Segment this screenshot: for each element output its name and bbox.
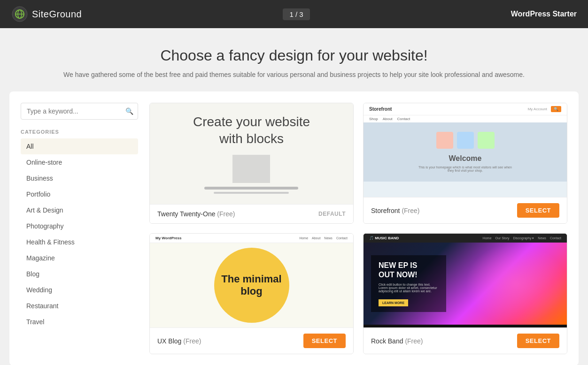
- sidebar-item-portfolio[interactable]: Portfolio: [21, 186, 138, 202]
- default-badge: DEFAULT: [318, 211, 346, 217]
- theme-name-storefront: Storefront (Free): [371, 207, 420, 214]
- logo-text: SiteGround: [32, 9, 82, 20]
- storefront-description: This is your homepage which is what most…: [418, 166, 512, 172]
- theme-footer-ux-blog: UX Blog (Free) SELECT: [150, 327, 353, 354]
- uxblog-nav-news: News: [324, 236, 333, 240]
- rockband-description: Click edit button to change this text. L…: [379, 283, 439, 293]
- product-img-1: [436, 132, 453, 149]
- theme-footer-rock-band: Rock Band (Free) SELECT: [364, 327, 567, 354]
- theme-card-twenty-twenty-one: Create your websitewith blocks Twenty Tw…: [149, 103, 354, 224]
- rockband-nav: 🎵 MUSIC BAND Home Our Story Discography …: [364, 234, 567, 243]
- product-img-3: [478, 132, 495, 149]
- uxblog-circle: The minimalblog: [214, 248, 289, 323]
- rockband-hero: NEW EP ISOUT NOW! Click edit button to c…: [364, 243, 567, 325]
- select-button-ux-blog[interactable]: SELECT: [303, 334, 346, 348]
- sidebar-item-online-store[interactable]: Online-store: [21, 154, 138, 170]
- storefront-welcome: Welcome: [369, 154, 561, 163]
- preview-title: Create your websitewith blocks: [193, 114, 310, 148]
- search-input[interactable]: [21, 103, 138, 120]
- logo: SiteGround: [11, 6, 82, 23]
- theme-preview-twenty-twenty-one: Create your websitewith blocks: [150, 103, 353, 204]
- uxblog-nav-contact: Contact: [336, 236, 348, 240]
- storefront-logo: Storefront: [369, 106, 392, 112]
- search-icon: 🔍: [125, 107, 133, 115]
- preview-content: Create your websitewith blocks: [193, 114, 310, 194]
- rockband-nav-news: News: [538, 236, 546, 240]
- theme-card-storefront: Storefront My Account 🔍 Shop About Conta…: [363, 103, 567, 224]
- select-button-storefront[interactable]: SELECT: [517, 203, 559, 218]
- sidebar-item-business[interactable]: Business: [21, 170, 138, 186]
- my-account-link: My Account: [528, 107, 547, 111]
- storefront-nav: Storefront My Account 🔍: [364, 103, 567, 115]
- search-link: 🔍: [551, 106, 561, 112]
- sidebar-item-travel[interactable]: Travel: [21, 314, 138, 330]
- nav-shop: Shop: [369, 117, 378, 121]
- sidebar-item-wedding[interactable]: Wedding: [21, 282, 138, 298]
- sidebar-item-magazine[interactable]: Magazine: [21, 250, 138, 266]
- siteground-logo-icon: [11, 6, 28, 23]
- theme-footer-storefront: Storefront (Free) SELECT: [364, 197, 567, 223]
- sidebar-item-health-fitness[interactable]: Health & Fitness: [21, 234, 138, 250]
- theme-selector-panel: 🔍 CATEGORIES All Online-store Business P…: [9, 91, 579, 365]
- preview-bar-1: [204, 187, 298, 190]
- page-title: Choose a fancy design for your website!: [9, 47, 579, 64]
- theme-preview-rock-band: 🎵 MUSIC BAND Home Our Story Discography …: [364, 234, 567, 327]
- uxblog-nav: My WordPress Home About News Contact: [150, 234, 353, 243]
- rockband-content: NEW EP ISOUT NOW! Click edit button to c…: [371, 255, 446, 312]
- uxblog-tagline: The minimalblog: [221, 273, 281, 298]
- categories-label: CATEGORIES: [21, 129, 138, 135]
- sidebar-item-all[interactable]: All: [21, 138, 138, 154]
- rockband-logo: 🎵 MUSIC BAND: [369, 236, 399, 240]
- rockband-nav-links: Home Our Story Discography ▾ News Contac…: [483, 236, 561, 240]
- page-subtitle: We have gathered some of the best free a…: [9, 71, 579, 78]
- rockband-nav-disco: Discography ▾: [513, 236, 534, 240]
- rockband-light-overlay: [465, 243, 567, 325]
- progress-indicator: 1 / 3: [283, 8, 309, 20]
- preview-bar-2: [214, 192, 289, 194]
- nav-about: About: [383, 117, 393, 121]
- theme-name-rock-band: Rock Band (Free): [371, 337, 423, 345]
- theme-card-ux-blog: My WordPress Home About News Contact The…: [149, 233, 354, 354]
- storefront-nav-right: My Account 🔍: [528, 106, 561, 112]
- sidebar-item-art-design[interactable]: Art & Design: [21, 202, 138, 218]
- rockband-nav-home: Home: [483, 236, 492, 240]
- uxblog-nav-home: Home: [299, 236, 308, 240]
- rockband-headline: NEW EP ISOUT NOW!: [379, 261, 439, 279]
- search-wrapper: 🔍: [21, 103, 138, 120]
- storefront-hero: Welcome This is your homepage which is w…: [364, 122, 567, 182]
- theme-preview-storefront: Storefront My Account 🔍 Shop About Conta…: [364, 103, 567, 197]
- uxblog-nav-about: About: [312, 236, 320, 240]
- theme-card-rock-band: 🎵 MUSIC BAND Home Our Story Discography …: [363, 233, 567, 354]
- sidebar-item-photography[interactable]: Photography: [21, 218, 138, 234]
- theme-name-ux-blog: UX Blog (Free): [157, 337, 201, 345]
- product-images: [369, 132, 561, 149]
- sidebar-item-restaurant[interactable]: Restaurant: [21, 298, 138, 314]
- rockband-nav-contact: Contact: [550, 236, 561, 240]
- nav-contact: Contact: [397, 117, 410, 121]
- theme-name-twenty-twenty-one: Twenty Twenty-One (Free): [157, 210, 235, 218]
- theme-preview-ux-blog: My WordPress Home About News Contact The…: [150, 234, 353, 327]
- sidebar: 🔍 CATEGORIES All Online-store Business P…: [21, 103, 138, 354]
- theme-grid: Create your websitewith blocks Twenty Tw…: [149, 103, 567, 354]
- storefront-sub-nav: Shop About Contact: [364, 115, 567, 122]
- app-name: WordPress Starter: [511, 10, 577, 18]
- product-img-2: [457, 132, 474, 149]
- uxblog-logo: My WordPress: [155, 236, 181, 240]
- sidebar-item-blog[interactable]: Blog: [21, 266, 138, 282]
- theme-footer-twenty-twenty-one: Twenty Twenty-One (Free) DEFAULT: [150, 204, 353, 223]
- rockband-nav-story: Our Story: [495, 236, 510, 240]
- uxblog-nav-links: Home About News Contact: [299, 236, 348, 240]
- main-content: Choose a fancy design for your website! …: [0, 28, 588, 365]
- select-button-rock-band[interactable]: SELECT: [517, 334, 559, 348]
- app-header: SiteGround 1 / 3 WordPress Starter: [0, 0, 588, 28]
- rockband-learn-more: LEARN MORE: [379, 299, 408, 306]
- preview-image: [232, 155, 270, 183]
